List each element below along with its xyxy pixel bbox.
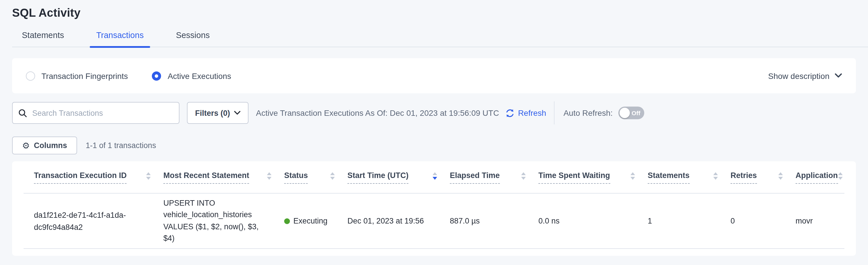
show-description-toggle[interactable]: Show description [768,71,842,80]
as-of-timestamp: Active Transaction Executions As Of: Dec… [256,108,499,117]
sort-carets-icon[interactable] [713,172,718,180]
header-retries[interactable]: Retries [731,171,796,184]
header-status[interactable]: Status [284,171,347,184]
table-header-row: Transaction Execution ID Most Recent Sta… [24,161,844,193]
search-input[interactable] [32,109,173,117]
result-count: 1-1 of 1 transactions [86,141,156,150]
filters-button[interactable]: Filters (0) [187,102,248,124]
transactions-table: Transaction Execution ID Most Recent Sta… [24,161,844,249]
transactions-table-card: Transaction Execution ID Most Recent Sta… [12,161,856,256]
radio-selected-icon[interactable] [152,71,161,80]
header-time-spent-waiting[interactable]: Time Spent Waiting [538,171,648,184]
columns-label: Columns [34,141,67,150]
radio-unselected-icon[interactable] [26,71,35,80]
radio-label: Active Executions [168,71,231,80]
cell-transaction-execution-id: da1f21e2-de71-4c1f-a1da-dc9fc94a84a2 [34,209,138,233]
vertical-divider [554,101,554,125]
refresh-label: Refresh [518,108,546,117]
cell-time-spent-waiting: 0.0 ns [538,215,648,227]
columns-button[interactable]: ⚙ Columns [12,136,77,154]
cell-retries: 0 [731,215,796,227]
page-title: SQL Activity [0,0,868,20]
view-mode-card: Transaction Fingerprints Active Executio… [12,58,856,93]
header-statements[interactable]: Statements [648,171,731,184]
tab-bar: Statements Transactions Sessions [17,28,868,47]
chevron-down-icon [234,111,241,115]
sort-carets-icon[interactable] [146,172,151,180]
header-transaction-execution-id[interactable]: Transaction Execution ID [34,171,163,184]
toggle-knob [620,108,630,118]
sort-carets-icon[interactable] [630,172,635,180]
auto-refresh-control: Auto Refresh: Off [563,107,644,119]
header-most-recent-statement[interactable]: Most Recent Statement [163,171,284,184]
cell-most-recent-statement: UPSERT INTO vehicle_location_histories V… [163,197,280,244]
sort-carets-icon[interactable] [330,172,335,180]
gear-icon: ⚙ [22,141,30,150]
sql-activity-page: SQL Activity Statements Transactions Ses… [0,0,868,265]
cell-start-time: Dec 01, 2023 at 19:56 [347,215,450,227]
table-toolbar: ⚙ Columns 1-1 of 1 transactions [12,136,856,154]
tab-statements[interactable]: Statements [17,30,69,47]
green-dot-icon [284,218,290,224]
cell-application: movr [796,215,844,227]
refresh-icon [505,108,515,118]
status-label: Executing [293,215,328,227]
auto-refresh-label: Auto Refresh: [563,108,613,117]
tab-transactions[interactable]: Transactions [91,30,149,47]
toggle-state-label: Off [631,107,640,119]
tab-sessions[interactable]: Sessions [171,30,215,47]
header-elapsed-time[interactable]: Elapsed Time [450,171,538,184]
controls-row: Filters (0) Active Transaction Execution… [12,102,856,124]
show-description-label: Show description [768,71,830,80]
cell-statements: 1 [648,215,731,227]
sort-carets-icon-active[interactable] [433,172,437,180]
sort-carets-icon[interactable] [521,172,526,180]
auto-refresh-toggle[interactable]: Off [618,107,644,119]
search-icon [19,109,27,117]
radio-transaction-fingerprints[interactable]: Transaction Fingerprints [26,71,128,80]
table-row[interactable]: da1f21e2-de71-4c1f-a1da-dc9fc94a84a2 UPS… [24,193,844,249]
sort-carets-icon[interactable] [778,172,783,180]
sort-carets-icon[interactable] [267,172,272,180]
radio-active-executions[interactable]: Active Executions [152,71,231,80]
radio-label: Transaction Fingerprints [41,71,128,80]
cell-elapsed-time: 887.0 µs [450,215,538,227]
refresh-button[interactable]: Refresh [505,108,546,118]
sort-carets-icon[interactable] [838,172,842,180]
header-application[interactable]: Application [796,171,844,184]
chevron-down-icon [835,73,842,78]
search-box[interactable] [12,102,180,124]
header-start-time[interactable]: Start Time (UTC) [347,171,450,184]
filters-label: Filters (0) [195,109,230,117]
cell-status: Executing [284,215,347,227]
